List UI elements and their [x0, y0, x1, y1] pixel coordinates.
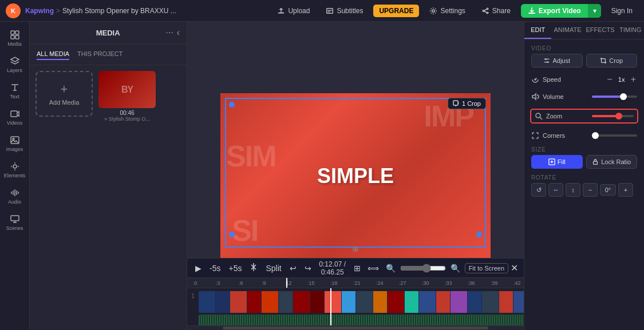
fit-to-screen-button[interactable]: Fit to Screen [465, 263, 508, 273]
svg-rect-12 [15, 31, 19, 34]
corners-slider-track[interactable] [592, 134, 638, 137]
upload-button[interactable]: Upload [271, 5, 315, 17]
sidebar-item-elements[interactable]: Elements [2, 158, 27, 182]
sidebar-videos-label: Videos [7, 120, 22, 126]
svg-rect-19 [11, 216, 19, 221]
export-dropdown-button[interactable]: ▾ [588, 4, 601, 18]
logo: K [6, 3, 21, 18]
sidebar-item-videos[interactable]: Videos [2, 105, 27, 129]
skip-forward-button[interactable]: +5s [226, 263, 244, 274]
media-panel-title: MEDIA [50, 29, 165, 37]
svg-point-5 [487, 8, 488, 10]
sidebar-item-layers[interactable]: Layers [2, 53, 27, 77]
media-panel-collapse-button[interactable]: ‹ [177, 27, 180, 38]
sidebar-item-text[interactable]: Text [2, 79, 27, 103]
settings-button[interactable]: Settings [424, 5, 471, 17]
crop-button[interactable]: Crop [586, 54, 638, 67]
sidebar-text-label: Text [10, 94, 19, 100]
media-item[interactable]: BY 00:46 » Stylish Stomp O... [98, 71, 156, 122]
playhead-marker [286, 278, 287, 288]
zoom-control: Zoom [530, 109, 638, 124]
tl-close-button[interactable]: ✕ [511, 263, 518, 273]
redo-button[interactable]: ↪ [302, 263, 314, 274]
svg-rect-1 [327, 8, 333, 13]
speed-plus-button[interactable]: + [630, 74, 637, 85]
timeline-track-area: 1 [187, 288, 524, 325]
tab-edit[interactable]: EDIT [524, 22, 551, 39]
topbar: K Kapwing > Stylish Stomp Opener by BRAX… [0, 0, 644, 22]
sidebar-media-label: Media [7, 41, 22, 47]
media-panel: MEDIA ··· ‹ ALL MEDIA THIS PROJECT + Add… [30, 22, 187, 330]
track-number: 1 [187, 288, 199, 299]
corners-control: Corners [531, 132, 637, 140]
adjust-button[interactable]: Adjust [531, 54, 583, 67]
sidebar-item-audio[interactable]: Audio [2, 184, 27, 208]
playhead[interactable] [330, 288, 331, 325]
rotate-plus-button[interactable]: + [618, 183, 633, 197]
zoom-icon [535, 112, 543, 120]
sidebar-item-scenes[interactable]: Scenes [2, 210, 27, 234]
fill-button[interactable]: Fill [531, 155, 583, 169]
time-separator: / [344, 260, 346, 268]
rotate-ccw-button[interactable]: ↺ [531, 183, 546, 197]
flip-h-button[interactable]: ↔ [548, 183, 563, 197]
tab-all-media[interactable]: ALL MEDIA [37, 49, 69, 60]
canvas-frame[interactable]: IMP SIM SI SIMPLE ⊕ [220, 93, 491, 259]
signin-button[interactable]: Sign In [606, 5, 638, 17]
svg-point-24 [545, 58, 547, 60]
split-button[interactable]: Split [263, 263, 283, 274]
tab-effects[interactable]: EFFECTS [583, 22, 617, 39]
size-label: SIZE [531, 146, 637, 153]
sidebar-item-images[interactable]: Images [2, 132, 27, 156]
lock-ratio-button[interactable]: Lock Ratio [586, 155, 638, 169]
tl-magnet-button[interactable]: ⟺ [365, 263, 381, 274]
canvas-move-handle[interactable]: ⊕ [352, 244, 359, 253]
flip-v-button[interactable]: ↕ [566, 183, 580, 197]
volume-control: Volume [531, 93, 637, 101]
svg-rect-30 [594, 161, 598, 164]
sidebar-scenes-label: Scenes [6, 225, 23, 231]
rotate-minus-button[interactable]: − [583, 183, 598, 197]
tl-zoom-slider[interactable] [400, 264, 446, 273]
breadcrumb: Kapwing > Stylish Stomp Opener by BRAXXU… [25, 7, 176, 15]
play-button[interactable]: ▶ [193, 263, 204, 274]
video-track[interactable] [199, 291, 524, 313]
audio-track [199, 315, 524, 325]
volume-slider-track[interactable] [592, 96, 638, 98]
svg-point-6 [483, 10, 484, 11]
tab-this-project[interactable]: THIS PROJECT [77, 49, 123, 60]
corners-label: Corners [543, 132, 588, 139]
subtitles-button[interactable]: Subtitles [320, 5, 369, 17]
skip-back-button[interactable]: -5s [207, 263, 223, 274]
tl-zoom-in-button[interactable]: 🔍 [448, 263, 463, 274]
sidebar-item-media[interactable]: Media [2, 26, 27, 50]
tl-scrollbar[interactable] [187, 325, 524, 330]
export-main-button[interactable]: Export Video [521, 4, 588, 18]
add-media-button[interactable]: + Add Media [35, 71, 93, 117]
share-button[interactable]: Share [476, 5, 516, 17]
tab-timing[interactable]: TIMING [617, 22, 644, 39]
svg-rect-14 [15, 35, 19, 39]
split-icon [247, 262, 260, 274]
total-time: 0:46.25 [321, 268, 344, 276]
volume-icon [531, 93, 539, 101]
undo-button[interactable]: ↩ [287, 263, 299, 274]
rotate-degree: 0° [600, 184, 616, 196]
tl-zoom-out-button[interactable]: 🔍 [384, 263, 398, 274]
tl-grid-button[interactable]: ⊞ [351, 263, 363, 274]
upgrade-button[interactable]: UPGRADE [373, 5, 419, 17]
zoom-label: Zoom [546, 113, 588, 120]
svg-point-25 [547, 61, 549, 63]
tab-animate[interactable]: ANIMATE [551, 22, 583, 39]
media-more-dots[interactable]: ··· [165, 27, 173, 38]
crop-badge[interactable]: 1 Crop [448, 98, 486, 109]
brand-link[interactable]: Kapwing [25, 7, 54, 15]
sidebar-audio-label: Audio [8, 199, 21, 205]
speed-value: 1x [616, 76, 627, 83]
speed-minus-button[interactable]: − [606, 74, 613, 85]
media-item-name: » Stylish Stomp O... [98, 116, 156, 122]
svg-line-28 [540, 117, 542, 120]
svg-rect-13 [11, 35, 14, 39]
zoom-slider-track[interactable] [592, 115, 634, 117]
svg-rect-15 [11, 111, 17, 117]
